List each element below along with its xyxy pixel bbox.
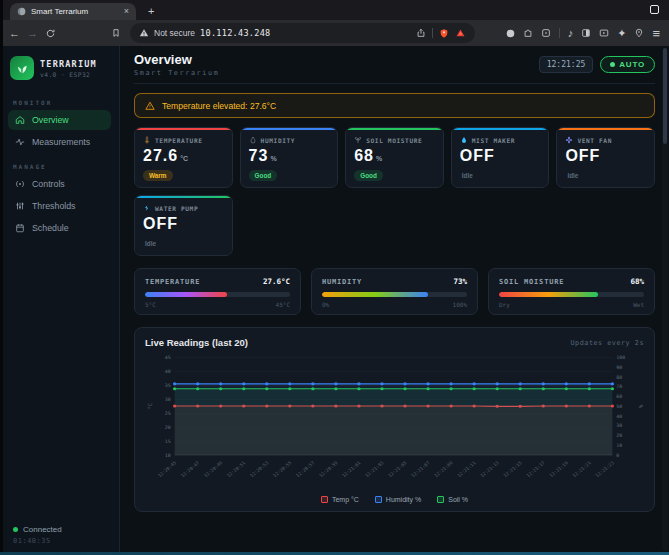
legend-label: Humidity % — [386, 496, 421, 503]
brave-rewards-icon[interactable] — [455, 28, 466, 38]
sidebar-item-measurements[interactable]: Measurements — [8, 132, 111, 152]
bookmark-icon[interactable] — [111, 28, 121, 38]
tab-favicon — [17, 7, 26, 16]
controls-icon — [15, 179, 25, 189]
menu-icon[interactable]: ≡ — [652, 27, 660, 40]
gauge-humidity: HUMIDITY73% 0%100% — [311, 268, 478, 315]
humidity-swatch — [375, 496, 382, 503]
svg-text:°C: °C — [147, 403, 153, 409]
main-content: Overview Smart Terrarium 12:21:25 AUTO T… — [120, 46, 669, 555]
gauge-temperature: TEMPERATURE27.6°C 5°C45°C — [134, 268, 301, 315]
sidebar-item-overview[interactable]: Overview — [8, 110, 111, 130]
svg-text:35: 35 — [165, 383, 171, 388]
tab-close-icon[interactable]: × — [124, 7, 129, 16]
gauge-min: Dry — [499, 301, 510, 308]
card-accent-bar — [452, 128, 549, 130]
sidebar-item-thresholds[interactable]: Thresholds — [8, 196, 111, 216]
reload-icon[interactable] — [45, 28, 56, 39]
svg-text:10: 10 — [165, 453, 171, 458]
sidebar-item-schedule[interactable]: Schedule — [8, 218, 111, 238]
sparkle-icon[interactable]: ✦ — [617, 28, 626, 39]
status-badge: Good — [249, 170, 278, 181]
activity-icon — [15, 137, 25, 147]
card-label: VENT FAN — [577, 137, 612, 144]
stat-cards-row-2: WATER PUMP OFF Idle — [134, 195, 655, 256]
card-unit: % — [376, 155, 382, 162]
thermometer-icon — [143, 136, 151, 144]
auto-mode-button[interactable]: AUTO — [600, 56, 655, 73]
alert-warning-icon — [145, 101, 155, 111]
gauge-min: 0% — [322, 301, 329, 308]
card-accent-bar — [346, 128, 443, 130]
url-bar[interactable]: Not secure 10.112.43.248 — [130, 23, 475, 43]
temperature-alert-banner: Temperature elevated: 27.6°C — [134, 93, 655, 118]
new-tab-button[interactable]: + — [148, 3, 154, 20]
svg-text:10: 10 — [616, 443, 622, 448]
profile-icon[interactable] — [506, 29, 515, 38]
legend-item-humidity[interactable]: Humidity % — [375, 496, 421, 503]
media-box-icon[interactable] — [541, 28, 551, 38]
gauge-fill — [145, 292, 227, 297]
sidebar-item-label: Thresholds — [32, 201, 76, 211]
svg-text:30: 30 — [165, 397, 171, 402]
svg-text:%: % — [638, 405, 644, 409]
back-icon[interactable]: ← — [9, 28, 20, 39]
card-water-pump: WATER PUMP OFF Idle — [134, 195, 233, 256]
legend-item-soil[interactable]: Soil % — [437, 496, 468, 503]
scrollbar-thumb[interactable] — [663, 48, 667, 144]
share-icon[interactable] — [416, 28, 426, 38]
svg-text:12:21:05: 12:21:05 — [387, 460, 408, 478]
card-unit: % — [270, 155, 276, 162]
sidebar-item-label: Overview — [32, 115, 69, 125]
card-accent-bar — [241, 128, 338, 130]
gauge-fill — [499, 292, 598, 297]
status-badge: Idle — [460, 170, 479, 181]
svg-text:12:20:57: 12:20:57 — [295, 460, 316, 478]
status-badge: Warm — [143, 170, 173, 181]
svg-text:45: 45 — [165, 355, 171, 360]
card-label: HUMIDITY — [261, 137, 296, 144]
svg-text:15: 15 — [165, 439, 171, 444]
legend-item-temp[interactable]: Temp °C — [321, 496, 359, 503]
tab-square-icon[interactable] — [581, 28, 591, 38]
card-label: SOIL MOISTURE — [366, 137, 422, 144]
cast-icon[interactable] — [599, 28, 609, 38]
browser-window: Smart Terrarium × + ← → Not secure 10.11… — [0, 0, 669, 555]
svg-text:0: 0 — [616, 453, 619, 458]
connection-status-dot — [13, 527, 18, 532]
card-value: 27.6°C — [143, 148, 224, 164]
sidebar-footer: Connected 01:40:35 — [8, 521, 111, 547]
toolbar-divider — [559, 28, 560, 38]
card-accent-bar — [135, 196, 232, 198]
forward-icon[interactable]: → — [27, 28, 38, 39]
plant-icon — [354, 136, 362, 144]
gauge-max: 45°C — [276, 301, 290, 308]
chart-title: Live Readings (last 20) — [145, 337, 248, 348]
url-text[interactable]: 10.112.43.248 — [200, 28, 270, 38]
security-label[interactable]: Not secure — [154, 28, 195, 38]
sidebar-item-label: Controls — [32, 179, 65, 189]
leaf-logo-icon — [10, 56, 34, 80]
section-label-monitor: MONITOR — [13, 99, 106, 106]
window-control-icon[interactable] — [650, 5, 659, 14]
card-value: 73% — [249, 148, 330, 164]
card-label: TEMPERATURE — [155, 137, 203, 144]
fan-icon — [565, 136, 573, 144]
browser-tab[interactable]: Smart Terrarium × — [10, 3, 136, 20]
page-scrollbar[interactable] — [662, 48, 668, 551]
chart-update-note: Updates every 2s — [571, 339, 644, 347]
brave-shield-icon[interactable] — [439, 28, 449, 39]
svg-text:70: 70 — [616, 385, 622, 390]
card-humidity: HUMIDITY 73% Good — [240, 127, 339, 188]
music-icon[interactable]: ♪ — [568, 28, 574, 39]
card-soil-moisture: SOIL MOISTURE 68% Good — [345, 127, 444, 188]
location-pin-icon[interactable] — [634, 28, 644, 38]
sidebar-item-controls[interactable]: Controls — [8, 174, 111, 194]
svg-text:12:21:19: 12:21:19 — [549, 460, 570, 478]
temp-swatch — [321, 496, 328, 503]
pump-icon — [143, 204, 151, 212]
page-header: Overview Smart Terrarium 12:21:25 AUTO — [134, 46, 655, 84]
extensions-icon[interactable] — [523, 28, 533, 38]
svg-text:90: 90 — [616, 365, 622, 370]
gauge-max: 100% — [453, 301, 467, 308]
